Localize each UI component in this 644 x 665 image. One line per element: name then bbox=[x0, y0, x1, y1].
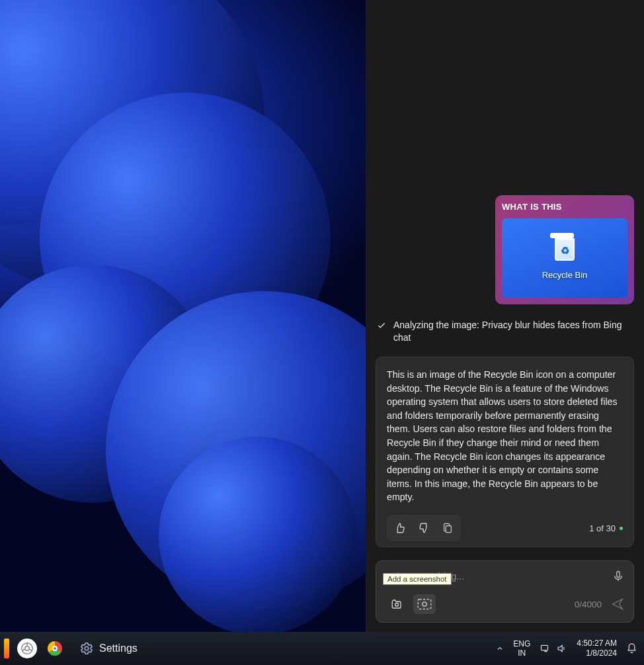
svg-point-6 bbox=[25, 646, 29, 650]
thumbs-down-button[interactable] bbox=[413, 517, 434, 539]
gear-icon bbox=[79, 641, 94, 656]
add-image-button[interactable] bbox=[385, 594, 408, 614]
screenshot-tooltip: Add a screenshot bbox=[383, 573, 452, 585]
svg-point-7 bbox=[85, 646, 89, 650]
settings-taskbar-button[interactable]: Settings bbox=[73, 639, 144, 658]
chrome-outline-icon[interactable] bbox=[17, 639, 37, 658]
assistant-message-card: This is an image of the Recycle Bin icon… bbox=[376, 357, 634, 547]
volume-icon[interactable] bbox=[556, 643, 567, 654]
user-message-card: WHAT IS THIS ♻ Recycle Bin bbox=[495, 195, 634, 304]
time-text: 4:50:27 AM bbox=[577, 639, 617, 648]
chat-input-box[interactable]: Ask me anything... Add a screenshot bbox=[376, 560, 634, 623]
settings-label: Settings bbox=[99, 643, 138, 654]
status-text: Analyzing the image: Privacy blur hides … bbox=[393, 319, 633, 345]
check-icon bbox=[377, 321, 386, 345]
taskbar[interactable]: Settings ENGIN 4:50:27 AM 1/8/2024 bbox=[0, 632, 644, 665]
chat-area: WHAT IS THIS ♻ Recycle Bin Analyzing the… bbox=[366, 0, 644, 547]
chrome-icon[interactable] bbox=[45, 639, 65, 658]
assistant-answer-text: This is an image of the Recycle Bin icon… bbox=[387, 368, 623, 504]
add-screenshot-button[interactable] bbox=[413, 594, 436, 614]
copy-button[interactable] bbox=[437, 517, 458, 539]
microphone-icon[interactable] bbox=[612, 570, 624, 583]
thumbs-up-button[interactable] bbox=[389, 517, 411, 539]
send-button[interactable] bbox=[611, 598, 624, 611]
notifications-icon[interactable] bbox=[626, 643, 637, 654]
thumbnail-label: Recycle Bin bbox=[542, 270, 588, 280]
svg-rect-0 bbox=[446, 526, 451, 533]
date-text: 1/8/2024 bbox=[577, 648, 617, 658]
clock[interactable]: 4:50:27 AM 1/8/2024 bbox=[577, 639, 617, 658]
svg-rect-8 bbox=[542, 645, 548, 650]
tray-chevron-icon[interactable] bbox=[496, 644, 504, 652]
status-line: Analyzing the image: Privacy blur hides … bbox=[376, 319, 634, 345]
language-indicator[interactable]: ENGIN bbox=[513, 639, 530, 658]
user-message-title: WHAT IS THIS bbox=[502, 202, 627, 212]
network-icon[interactable] bbox=[540, 643, 551, 654]
uploaded-image-thumbnail[interactable]: ♻ Recycle Bin bbox=[502, 218, 627, 298]
recycle-bin-icon: ♻ bbox=[552, 236, 577, 263]
taskbar-app-icon[interactable] bbox=[4, 639, 9, 658]
desktop-wallpaper[interactable] bbox=[0, 0, 366, 632]
svg-rect-3 bbox=[418, 599, 431, 609]
svg-point-2 bbox=[395, 603, 399, 606]
svg-point-4 bbox=[423, 602, 426, 606]
character-counter: 0/4000 bbox=[575, 599, 602, 609]
copilot-panel: WHAT IS THIS ♻ Recycle Bin Analyzing the… bbox=[366, 0, 644, 632]
response-counter: 1 of 30 bbox=[589, 523, 623, 533]
svg-rect-1 bbox=[617, 572, 620, 578]
